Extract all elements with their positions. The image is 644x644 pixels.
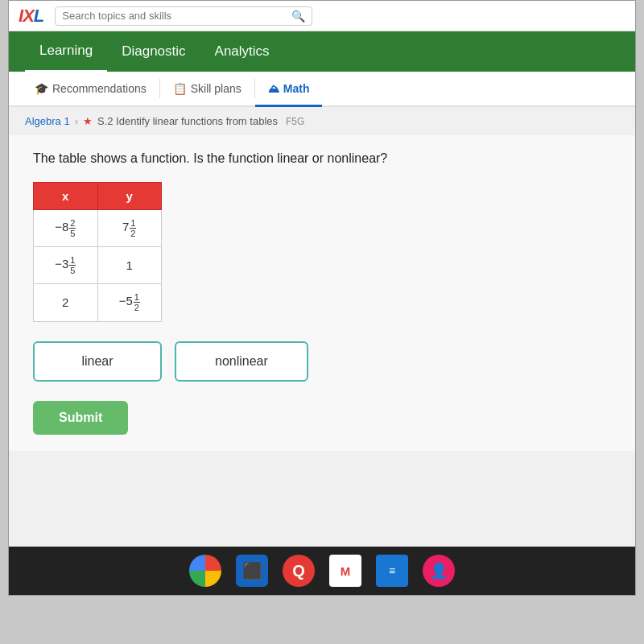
function-table: x y −8 25 7 12 — [33, 182, 162, 322]
table-header-x: x — [34, 183, 98, 210]
table-cell-y1: 7 12 — [97, 210, 162, 247]
math-icon: ⛰ — [268, 82, 279, 95]
breadcrumb-code: F5G — [286, 116, 304, 127]
table-row: 2 −5 12 — [34, 284, 162, 321]
q-app-icon[interactable]: Q — [283, 555, 315, 587]
sub-nav: 🎓 Recommendations 📋 Skill plans ⛰ Math — [9, 72, 635, 107]
breadcrumb: Algebra 1 › ★ S.2 Identify linear functi… — [9, 107, 635, 135]
chrome-icon[interactable] — [189, 555, 221, 587]
table-row: −3 15 1 — [34, 247, 162, 284]
window-icon[interactable]: ⬛ — [236, 555, 268, 587]
nonlinear-button[interactable]: nonlinear — [175, 341, 308, 382]
answer-buttons: linear nonlinear — [33, 341, 611, 382]
content-area: The table shows a function. Is the funct… — [9, 135, 635, 451]
question-text: The table shows a function. Is the funct… — [33, 151, 611, 166]
breadcrumb-skill: S.2 Identify linear functions from table… — [97, 115, 278, 127]
table-row: −8 25 7 12 — [34, 210, 162, 247]
logo: IXL — [19, 6, 43, 27]
nav-item-diagnostic[interactable]: Diagnostic — [107, 32, 200, 71]
docs-icon[interactable]: ≡ — [376, 555, 408, 587]
search-bar[interactable]: 🔍 — [55, 6, 312, 26]
mixed-x1: −8 25 — [55, 218, 76, 238]
table-cell-y3: −5 12 — [97, 284, 162, 321]
mixed-y1: 7 12 — [122, 218, 136, 238]
breadcrumb-parent[interactable]: Algebra 1 — [25, 115, 70, 127]
top-bar: IXL 🔍 — [9, 1, 635, 31]
table-cell-y2: 1 — [97, 247, 162, 284]
nav-item-learning[interactable]: Learning — [25, 31, 107, 72]
subnav-skillplans[interactable]: 📋 Skill plans — [160, 72, 254, 106]
search-icon: 🔍 — [291, 10, 305, 23]
table-header-y: y — [97, 183, 162, 210]
subnav-math[interactable]: ⛰ Math — [255, 72, 323, 107]
table-cell-x1: −8 25 — [34, 210, 98, 247]
taskbar: ⬛ Q M ≡ 👤 — [9, 547, 635, 595]
nav-bar: Learning Diagnostic Analytics — [9, 31, 635, 72]
person-icon[interactable]: 👤 — [423, 555, 455, 587]
skillplans-icon: 📋 — [173, 82, 187, 95]
gmail-icon[interactable]: M — [329, 555, 361, 587]
submit-button[interactable]: Submit — [33, 401, 128, 435]
breadcrumb-chevron: › — [75, 115, 78, 127]
search-input[interactable] — [62, 10, 287, 22]
mixed-y3: −5 12 — [119, 292, 140, 312]
nav-item-analytics[interactable]: Analytics — [200, 32, 284, 71]
subnav-recommendations[interactable]: 🎓 Recommendations — [22, 72, 159, 106]
linear-button[interactable]: linear — [33, 341, 162, 382]
table-cell-x2: −3 15 — [34, 247, 98, 284]
table-cell-x3: 2 — [34, 284, 98, 321]
recommendations-icon: 🎓 — [35, 82, 48, 95]
mixed-x2: −3 15 — [55, 255, 76, 275]
breadcrumb-star-icon: ★ — [83, 115, 93, 127]
